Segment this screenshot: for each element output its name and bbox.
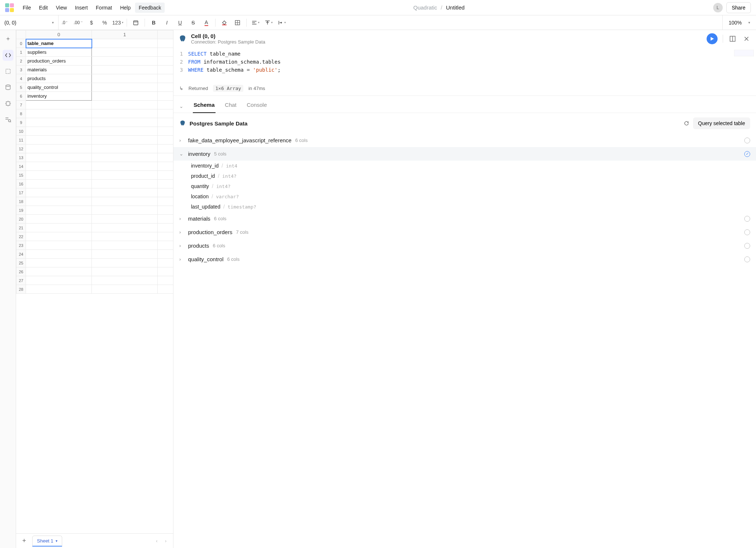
row-header[interactable]: 5 xyxy=(16,83,26,92)
menu-format[interactable]: Format xyxy=(92,3,116,13)
cell[interactable] xyxy=(26,118,92,127)
currency-button[interactable]: $ xyxy=(85,15,98,30)
cell[interactable] xyxy=(158,259,173,267)
breadcrumb-app[interactable]: Quadratic xyxy=(413,4,437,11)
cell[interactable] xyxy=(158,197,173,206)
cell[interactable] xyxy=(92,57,158,65)
code-line[interactable]: SELECT table_name xyxy=(188,50,240,58)
cell[interactable] xyxy=(26,232,92,241)
cell[interactable] xyxy=(92,276,158,285)
column-row[interactable]: quantity/int4? xyxy=(173,181,756,191)
row-header[interactable]: 0 xyxy=(16,39,26,48)
row-header[interactable]: 1 xyxy=(16,48,26,57)
row-header[interactable]: 3 xyxy=(16,65,26,74)
col-header[interactable]: 2 xyxy=(158,30,173,39)
table-select-radio[interactable] xyxy=(744,216,750,222)
row-header[interactable]: 10 xyxy=(16,127,26,136)
panel-tab-console[interactable]: Console xyxy=(246,100,267,113)
table-row[interactable]: ›products6 cols xyxy=(173,239,756,252)
table-row[interactable]: ›fake_data_employee_javascript_reference… xyxy=(173,134,756,147)
table-row[interactable]: ⌄inventory5 cols xyxy=(173,147,756,161)
cell[interactable] xyxy=(92,285,158,294)
cell[interactable] xyxy=(92,136,158,144)
cell[interactable] xyxy=(158,250,173,259)
percent-button[interactable]: % xyxy=(98,15,111,30)
cell[interactable] xyxy=(92,250,158,259)
cell[interactable] xyxy=(158,39,173,48)
row-header[interactable]: 22 xyxy=(16,232,26,241)
row-header[interactable]: 23 xyxy=(16,241,26,250)
next-sheet-button[interactable]: › xyxy=(165,538,166,544)
app-logo[interactable] xyxy=(5,3,14,12)
cell[interactable] xyxy=(158,285,173,294)
cell[interactable] xyxy=(92,48,158,57)
menu-help[interactable]: Help xyxy=(116,3,134,13)
close-panel-button[interactable] xyxy=(742,34,751,43)
horizontal-align-button[interactable]: ▾ xyxy=(249,15,262,30)
row-header[interactable]: 9 xyxy=(16,118,26,127)
breadcrumb-doc[interactable]: Untitled xyxy=(446,4,465,11)
cell[interactable] xyxy=(158,127,173,136)
column-row[interactable]: product_id/int4? xyxy=(173,171,756,181)
cell[interactable] xyxy=(92,180,158,188)
cell[interactable] xyxy=(92,215,158,224)
cell[interactable] xyxy=(26,267,92,276)
cell[interactable] xyxy=(92,109,158,118)
spreadsheet-grid[interactable]: 0120table_name1suppliers2production_orde… xyxy=(16,30,173,533)
table-select-radio[interactable] xyxy=(744,243,750,249)
table-select-radio[interactable] xyxy=(744,151,750,157)
cell[interactable] xyxy=(92,241,158,250)
table-row[interactable]: ›materials6 cols xyxy=(173,212,756,225)
cell[interactable] xyxy=(26,197,92,206)
minimap[interactable] xyxy=(734,50,754,56)
cell[interactable] xyxy=(26,276,92,285)
menu-view[interactable]: View xyxy=(52,3,71,13)
prev-sheet-button[interactable]: ‹ xyxy=(156,538,157,544)
cell[interactable] xyxy=(158,74,173,83)
row-header[interactable]: 8 xyxy=(16,109,26,118)
layout-toggle-button[interactable] xyxy=(728,34,737,43)
cell[interactable] xyxy=(26,259,92,267)
increase-decimal-button[interactable]: .00→ xyxy=(72,15,85,30)
row-header[interactable]: 19 xyxy=(16,206,26,215)
row-header[interactable]: 12 xyxy=(16,144,26,153)
cell[interactable]: production_orders xyxy=(26,57,92,65)
cell[interactable] xyxy=(158,188,173,197)
vertical-align-button[interactable]: ▾ xyxy=(262,15,275,30)
cell[interactable] xyxy=(158,171,173,180)
cell[interactable] xyxy=(26,101,92,109)
sheet-tab[interactable]: Sheet 1 ▾ xyxy=(32,536,62,547)
cell[interactable] xyxy=(92,259,158,267)
code-line[interactable]: WHERE table_schema = 'public'; xyxy=(188,66,281,74)
cell[interactable] xyxy=(26,153,92,162)
cell[interactable] xyxy=(92,267,158,276)
cell[interactable] xyxy=(158,136,173,144)
table-select-radio[interactable] xyxy=(744,138,750,143)
ai-button[interactable] xyxy=(3,34,14,45)
cell[interactable] xyxy=(158,267,173,276)
cell[interactable] xyxy=(158,215,173,224)
row-header[interactable]: 20 xyxy=(16,215,26,224)
text-color-button[interactable]: A xyxy=(200,15,213,30)
row-header[interactable]: 7 xyxy=(16,101,26,109)
add-sheet-button[interactable]: + xyxy=(19,536,29,546)
chip-button[interactable] xyxy=(3,98,14,109)
cell[interactable] xyxy=(92,92,158,101)
borders-button[interactable] xyxy=(231,15,244,30)
cell[interactable] xyxy=(158,206,173,215)
cell[interactable] xyxy=(92,127,158,136)
cell[interactable] xyxy=(26,206,92,215)
cell[interactable] xyxy=(158,92,173,101)
cell[interactable] xyxy=(158,276,173,285)
cell[interactable] xyxy=(26,127,92,136)
col-header[interactable]: 0 xyxy=(26,30,92,39)
menu-edit[interactable]: Edit xyxy=(35,3,52,13)
row-header[interactable]: 26 xyxy=(16,267,26,276)
cell[interactable] xyxy=(158,83,173,92)
cell[interactable]: quality_control xyxy=(26,83,92,92)
cell[interactable] xyxy=(92,39,158,48)
run-button[interactable] xyxy=(707,33,718,44)
database-button[interactable] xyxy=(3,82,14,93)
cell[interactable] xyxy=(26,215,92,224)
collapse-button[interactable]: ⌄ xyxy=(179,104,183,109)
